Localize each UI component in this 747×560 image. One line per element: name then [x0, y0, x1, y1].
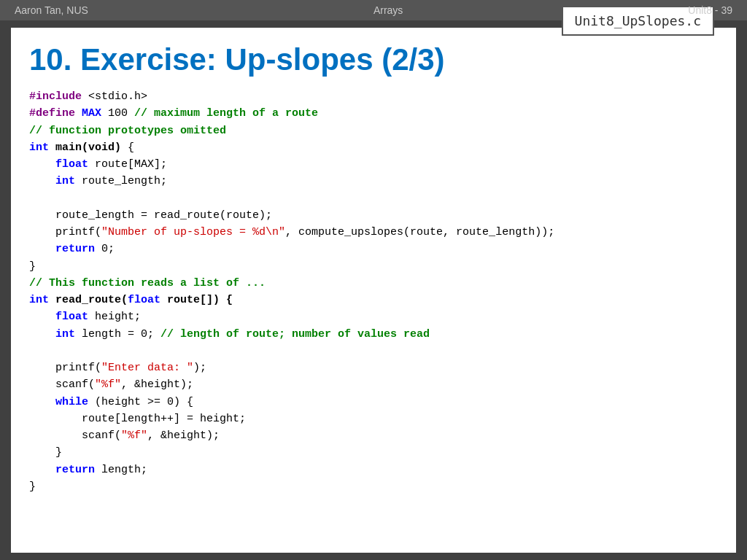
header-right: Unit8 - 39: [688, 4, 732, 16]
slide-title: 10. Exercise: Up-slopes (2/3): [29, 42, 718, 77]
code-line-16: scanf("%f", &height);: [29, 376, 718, 393]
code-line-10: }: [29, 258, 718, 275]
code-block: #include <stdio.h> #define MAX 100 // ma…: [29, 88, 718, 495]
code-line-5: float route[MAX];: [29, 156, 718, 173]
slide-container: Unit8_UpSlopes.c 10. Exercise: Up-slopes…: [11, 28, 736, 553]
code-line-blank1: [29, 190, 718, 207]
code-line-7: route_length = read_route(route);: [29, 207, 718, 224]
code-line-19: scanf("%f", &height);: [29, 427, 718, 444]
code-line-4: int main(void) {: [29, 139, 718, 156]
code-line-17: while (height >= 0) {: [29, 394, 718, 411]
code-line-11: // This function reads a list of ...: [29, 275, 718, 292]
code-line-8: printf("Number of up-slopes = %d\n", com…: [29, 224, 718, 241]
code-line-9: return 0;: [29, 241, 718, 257]
code-line-1: #include <stdio.h>: [29, 88, 718, 105]
code-line-3: // function prototypes omitted: [29, 122, 718, 139]
header-left: Aaron Tan, NUS: [15, 4, 88, 16]
code-line-21: return length;: [29, 462, 718, 478]
code-line-2: #define MAX 100 // maximum length of a r…: [29, 105, 718, 122]
code-line-22: }: [29, 478, 718, 495]
code-line-15: printf("Enter data: ");: [29, 359, 718, 376]
code-line-18: route[length++] = height;: [29, 411, 718, 427]
code-line-blank2: [29, 343, 718, 359]
code-line-14: int length = 0; // length of route; numb…: [29, 326, 718, 343]
code-line-13: float height;: [29, 308, 718, 325]
code-line-12: int read_route(float route[]) {: [29, 292, 718, 308]
header-center: Arrays: [374, 4, 403, 16]
code-line-20: }: [29, 444, 718, 461]
code-line-6: int route_length;: [29, 173, 718, 190]
